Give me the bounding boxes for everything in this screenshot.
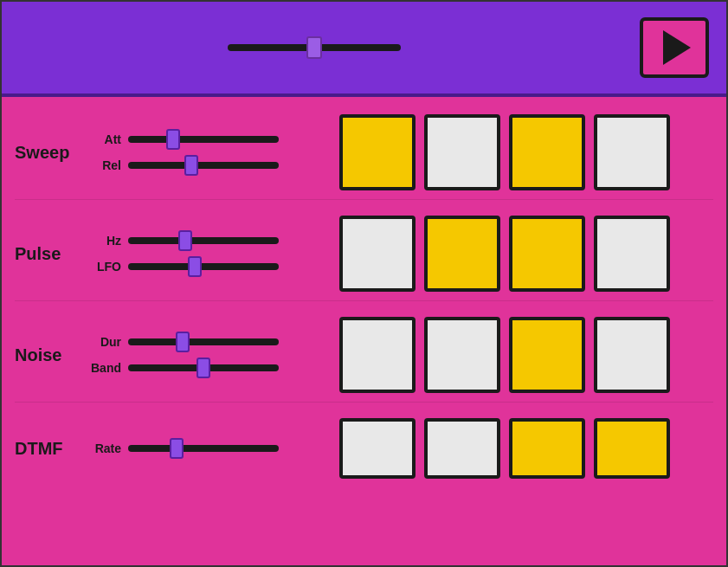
pads-group-noise xyxy=(296,317,713,393)
pad-pulse-0[interactable] xyxy=(339,216,416,292)
slider-thumb-att[interactable] xyxy=(166,129,180,150)
pad-pulse-3[interactable] xyxy=(594,216,670,292)
slider-track-rel[interactable] xyxy=(128,162,279,169)
slider-track-lfo[interactable] xyxy=(128,263,279,270)
pad-noise-0[interactable] xyxy=(339,317,416,393)
slider-label-rate: Rate xyxy=(88,441,121,455)
app-container: SweepAttRelPulseHzLFONoiseDurBandDTMFRat… xyxy=(0,0,728,567)
slider-thumb-hz[interactable] xyxy=(178,230,192,251)
bpm-slider-thumb[interactable] xyxy=(306,36,322,59)
main-content: SweepAttRelPulseHzLFONoiseDurBandDTMFRat… xyxy=(2,97,726,565)
slider-thumb-dur[interactable] xyxy=(176,332,190,352)
play-button[interactable] xyxy=(640,17,709,78)
pads-group-pulse xyxy=(296,216,713,292)
slider-track-band[interactable] xyxy=(128,364,279,371)
bpm-section xyxy=(217,44,441,51)
pad-noise-2[interactable] xyxy=(509,317,585,393)
section-row-sweep: SweepAttRel xyxy=(15,106,713,200)
section-row-pulse: PulseHzLFO xyxy=(15,207,713,301)
slider-label-lfo: LFO xyxy=(88,260,121,274)
slider-row-noise-band: Band xyxy=(88,361,279,375)
slider-row-sweep-att: Att xyxy=(88,132,279,146)
sliders-group-noise: DurBand xyxy=(88,335,279,375)
sliders-group-sweep: AttRel xyxy=(88,132,279,172)
slider-track-dur[interactable] xyxy=(128,338,279,345)
slider-track-rate[interactable] xyxy=(128,445,279,452)
pads-group-sweep xyxy=(296,114,713,190)
slider-track-att[interactable] xyxy=(128,136,279,143)
pad-dtmf-2[interactable] xyxy=(509,418,585,479)
slider-row-noise-dur: Dur xyxy=(88,335,279,349)
bpm-slider-track[interactable] xyxy=(228,44,401,51)
section-name-pulse: Pulse xyxy=(15,244,80,264)
section-row-noise: NoiseDurBand xyxy=(15,308,713,403)
pad-sweep-1[interactable] xyxy=(424,114,500,190)
slider-thumb-band[interactable] xyxy=(196,358,210,378)
section-name-noise: Noise xyxy=(15,345,80,365)
slider-label-dur: Dur xyxy=(88,335,121,349)
play-icon xyxy=(663,30,691,65)
slider-label-hz: Hz xyxy=(88,234,121,248)
pad-sweep-2[interactable] xyxy=(509,114,585,190)
slider-track-hz[interactable] xyxy=(128,237,279,244)
pad-dtmf-0[interactable] xyxy=(339,418,416,479)
pad-dtmf-1[interactable] xyxy=(424,418,500,479)
slider-row-pulse-hz: Hz xyxy=(88,234,279,248)
slider-row-pulse-lfo: LFO xyxy=(88,260,279,274)
pad-pulse-2[interactable] xyxy=(509,216,585,292)
header xyxy=(2,2,726,97)
pad-sweep-0[interactable] xyxy=(339,114,416,190)
section-name-dtmf: DTMF xyxy=(15,439,80,459)
slider-row-sweep-rel: Rel xyxy=(88,158,279,172)
pads-group-dtmf xyxy=(296,418,713,479)
slider-thumb-lfo[interactable] xyxy=(188,256,202,277)
pad-dtmf-3[interactable] xyxy=(594,418,670,479)
slider-thumb-rate[interactable] xyxy=(170,438,184,459)
sliders-group-dtmf: Rate xyxy=(88,441,279,455)
pad-noise-3[interactable] xyxy=(594,317,670,393)
sliders-group-pulse: HzLFO xyxy=(88,234,279,274)
slider-thumb-rel[interactable] xyxy=(184,155,198,176)
slider-label-rel: Rel xyxy=(88,158,121,172)
slider-label-att: Att xyxy=(88,132,121,146)
pad-sweep-3[interactable] xyxy=(594,114,670,190)
slider-label-band: Band xyxy=(88,361,121,375)
section-name-sweep: Sweep xyxy=(15,143,80,163)
slider-row-dtmf-rate: Rate xyxy=(88,441,279,455)
pad-noise-1[interactable] xyxy=(424,317,500,393)
section-row-dtmf: DTMFRate xyxy=(15,409,713,487)
pad-pulse-1[interactable] xyxy=(424,216,500,292)
